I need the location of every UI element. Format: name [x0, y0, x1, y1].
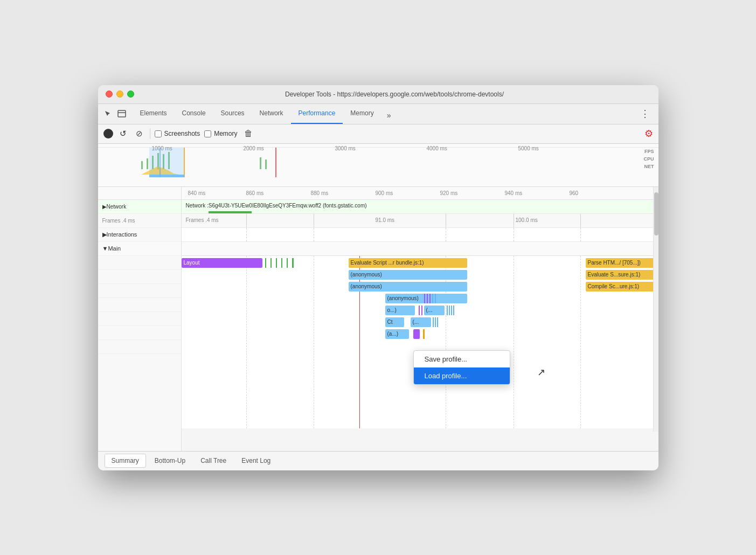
flame-a[interactable]: (a...) [385, 329, 409, 339]
flame-tick-ct-2 [435, 317, 436, 327]
network-row-text: Network :S6g4U3t-Y5UEw0IE80IlgEseQY3FEmq… [186, 203, 367, 209]
tab-summary[interactable]: Summary [105, 454, 146, 468]
interactions-arrow: ▶ [102, 231, 107, 238]
timeline-ruler-top: 1000 ms 2000 ms 3000 ms 4000 ms 5000 ms [98, 144, 658, 148]
tab-elements[interactable]: Elements [133, 103, 175, 124]
frame-divider-4 [514, 214, 514, 227]
flame-tick-3 [276, 258, 277, 268]
load-profile-item[interactable]: Load profile... [414, 367, 510, 384]
tab-performance[interactable]: Performance [291, 103, 343, 124]
tab-event-log[interactable]: Event Log [235, 454, 277, 467]
network-bar [209, 211, 252, 213]
timeline-overview[interactable]: 1000 ms 2000 ms 3000 ms 4000 ms 5000 ms [98, 144, 658, 187]
main-area: ▶ Network Frames .4 ms ▶ Interactions ▼ … [98, 187, 658, 451]
left-ruler-spacer [98, 187, 181, 200]
flame-vline-4 [514, 256, 514, 428]
frames-val2: 100.0 ms [516, 217, 538, 223]
left-flame-row-2 [98, 270, 181, 284]
int-line-1 [246, 228, 247, 241]
left-flame-row-6 [98, 326, 181, 340]
flame-small-tick-4 [432, 294, 433, 303]
flame-chart-area[interactable]: Layout Evaluate Script ...r bundle.js:1) [182, 256, 658, 428]
bottom-tabs-bar: Summary Bottom-Up Call Tree Event Log [98, 451, 658, 470]
svg-rect-0 [118, 110, 126, 117]
devtools-menu-button[interactable]: ⋮ [636, 108, 654, 120]
interactions-detail-row [182, 228, 658, 242]
save-profile-item[interactable]: Save profile... [414, 351, 510, 367]
screenshots-checkbox-group: Screenshots [155, 130, 200, 137]
cpu-label: CPU [643, 156, 654, 162]
flame-vline-2 [314, 256, 314, 428]
settings-button[interactable]: ⚙ [644, 128, 653, 140]
flame-tick-p1-3 [451, 306, 452, 315]
flame-tick-1 [265, 258, 266, 268]
memory-checkbox[interactable] [204, 130, 211, 137]
flame-layout[interactable]: Layout [182, 258, 262, 268]
flame-small-tick-5 [435, 294, 436, 303]
left-network-label: ▶ Network [98, 200, 181, 214]
fps-label: FPS [644, 149, 654, 154]
flame-evaluate[interactable]: Evaluate Script ...r bundle.js:1) [349, 258, 467, 268]
flame-tick-5 [287, 258, 288, 268]
frame-divider-3 [446, 214, 446, 227]
flame-paren-1[interactable]: (... [424, 306, 445, 315]
ruler-detail-6: 960 [570, 190, 579, 196]
left-flame-row-1 [98, 256, 181, 270]
tabs-list: Elements Console Sources Network Perform… [133, 103, 636, 124]
flame-anonymous-2[interactable]: (anonymous) [349, 282, 467, 292]
flame-small-tick-1 [424, 294, 425, 303]
dock-icon[interactable] [116, 108, 127, 119]
flame-evaluate-sure[interactable]: Evaluate S...sure.js:1) [586, 270, 658, 280]
tab-sources[interactable]: Sources [213, 103, 252, 124]
frame-divider-2 [314, 214, 314, 227]
frames-detail-text: Frames .4 ms [186, 217, 219, 223]
screenshots-checkbox[interactable] [155, 130, 162, 137]
maximize-button[interactable] [127, 91, 134, 98]
refresh-button[interactable]: ↺ [117, 128, 129, 140]
timeline-mini-chart: FPS CPU NET [98, 148, 658, 177]
main-detail-header [182, 242, 658, 256]
flame-small-tick-3 [429, 294, 431, 303]
scrollbar-thumb[interactable] [654, 192, 658, 235]
flame-ct[interactable]: Ct [385, 317, 404, 327]
flame-paren-2[interactable]: (... [411, 317, 431, 327]
tab-bottom-up[interactable]: Bottom-Up [148, 454, 192, 467]
minimize-button[interactable] [116, 91, 123, 98]
flame-o[interactable]: o...) [385, 306, 415, 315]
net-label: NET [644, 164, 654, 169]
mini-chart-svg [98, 148, 658, 177]
ruler-detail-4: 920 ms [440, 190, 458, 196]
stop-button[interactable]: ⊘ [134, 128, 145, 140]
left-main-label[interactable]: ▼ Main [98, 242, 181, 256]
tab-console[interactable]: Console [175, 103, 213, 124]
screenshots-label: Screenshots [164, 130, 200, 137]
close-button[interactable] [106, 91, 113, 98]
tab-call-tree[interactable]: Call Tree [194, 454, 233, 467]
clear-button[interactable]: 🗑 [244, 129, 253, 138]
main-arrow: ▼ [102, 245, 108, 252]
flame-tick-ct-3 [437, 317, 438, 327]
flame-tick-p1-1 [447, 306, 448, 315]
flame-small-tick-2 [427, 294, 428, 303]
left-flame-row-4 [98, 298, 181, 312]
toolbar: ↺ ⊘ Screenshots Memory 🗑 ⚙ [98, 124, 658, 144]
scrollbar[interactable] [653, 187, 658, 432]
more-tabs-button[interactable]: » [382, 107, 397, 124]
record-button[interactable] [103, 129, 113, 138]
flame-vline-1 [246, 256, 247, 428]
flame-anonymous-1[interactable]: (anonymous) [349, 270, 467, 280]
svg-rect-9 [265, 159, 267, 169]
tab-memory[interactable]: Memory [343, 103, 381, 124]
network-arrow: ▶ [102, 204, 107, 210]
left-interactions-label[interactable]: ▶ Interactions [98, 228, 181, 242]
time-ruler-detail: 840 ms 860 ms 880 ms 900 ms 920 ms 940 m… [182, 187, 658, 200]
flame-purple-mini[interactable] [413, 329, 420, 339]
cursor-icon[interactable] [102, 108, 113, 119]
tab-icon-group [102, 108, 127, 119]
tab-network[interactable]: Network [252, 103, 291, 124]
flame-anonymous-3[interactable]: (anonymous) [385, 294, 467, 303]
flame-parse-html[interactable]: Parse HTM.../ [705...]) [586, 258, 658, 268]
int-line-3 [446, 228, 446, 241]
int-line-2 [314, 228, 314, 241]
flame-compile[interactable]: Compile Sc...ure.js:1) [586, 282, 658, 292]
